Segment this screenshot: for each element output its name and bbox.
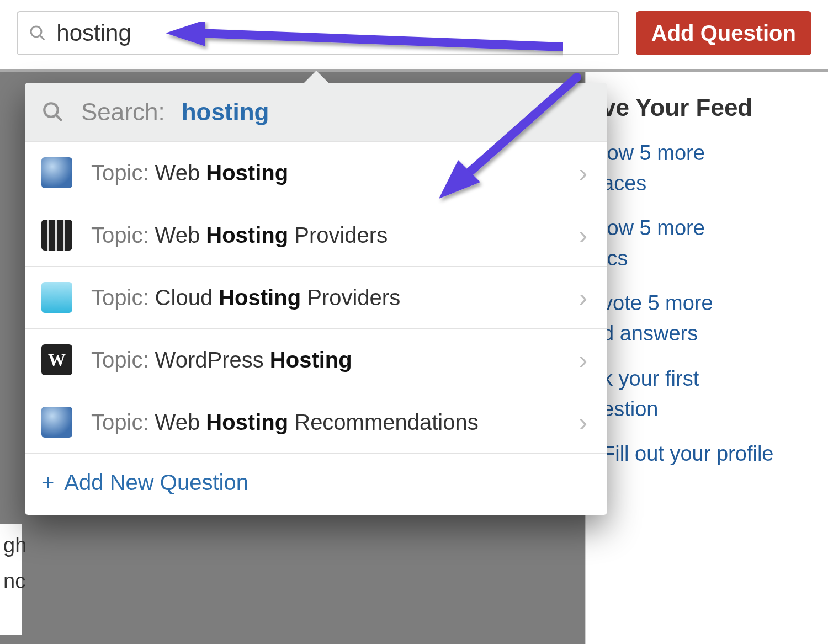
globe-icon [41,157,72,188]
svg-line-1 [40,36,44,40]
suggestion-item[interactable]: Topic: Web Hosting Recommendations › [25,391,607,453]
search-box[interactable] [17,11,619,55]
suggestion-text: Topic: Web Hosting Providers [91,223,560,248]
chevron-right-icon: › [579,160,591,185]
svg-point-0 [31,26,41,37]
search-input[interactable] [56,12,607,54]
sidebar-heading: ve Your Feed [602,94,811,121]
suggestion-text: Topic: Cloud Hosting Providers [91,285,560,310]
top-bar: Add Question [0,0,828,72]
sidebar-hint-3[interactable]: vote 5 mored answers [602,288,811,349]
search-suggestion-header[interactable]: Search: hosting [25,83,607,141]
feed-sidebar: ve Your Feed low 5 moreaces low 5 moreic… [585,72,828,644]
cloud-icon [41,282,72,313]
search-icon [41,100,65,124]
suggestion-text: Topic: Web Hosting Recommendations [91,410,560,435]
chevron-right-icon: › [579,285,591,310]
search-label: Search: [81,98,165,126]
add-new-question-link[interactable]: + Add New Question [25,453,607,515]
search-icon [29,24,46,42]
suggestion-text: Topic: Web Hosting [91,161,560,185]
chevron-right-icon: › [579,409,591,435]
globe-icon [41,407,72,438]
sidebar-hint-4[interactable]: k your firstestion [602,364,811,424]
suggestion-item[interactable]: W Topic: WordPress Hosting › [25,328,607,391]
suggestion-item[interactable]: Topic: Web Hosting › [25,141,607,204]
left-slice: gh nc [0,524,22,635]
chevron-right-icon: › [579,347,591,372]
search-suggestions: Search: hosting Topic: Web Hosting › Top… [25,83,607,515]
sidebar-hint-1[interactable]: low 5 moreaces [602,138,811,199]
sidebar-hint-5[interactable]: Fill out your profile [602,439,811,469]
suggestion-item[interactable]: Topic: Cloud Hosting Providers › [25,266,607,328]
plus-icon: + [41,470,54,495]
add-new-question-label: Add New Question [64,470,248,495]
add-question-button[interactable]: Add Question [636,11,811,55]
suggestion-text: Topic: WordPress Hosting [91,348,560,372]
wordpress-icon: W [41,344,72,375]
suggestion-item[interactable]: Topic: Web Hosting Providers › [25,204,607,266]
svg-point-2 [44,103,58,117]
search-term: hosting [182,98,269,126]
chevron-right-icon: › [579,222,591,248]
sidebar-hint-2[interactable]: low 5 moreics [602,213,811,274]
svg-line-3 [56,115,62,121]
server-icon [41,220,72,251]
